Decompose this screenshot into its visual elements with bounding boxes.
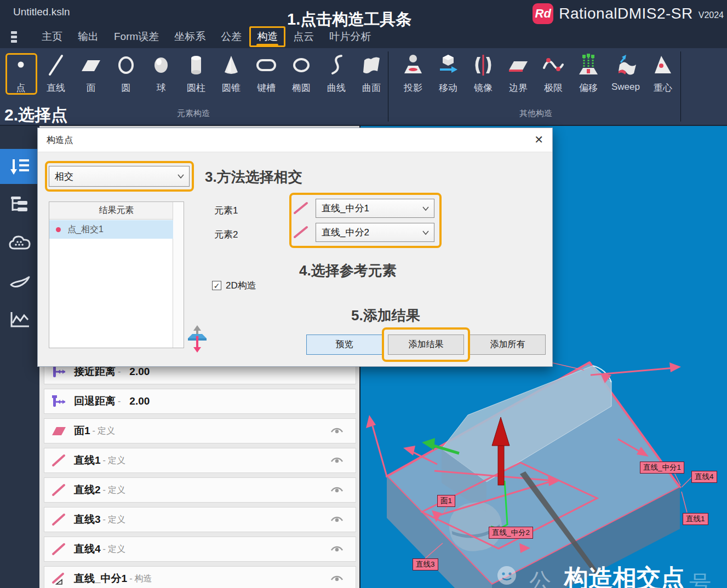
probe-direction-icon[interactable] xyxy=(186,324,209,356)
cone-icon xyxy=(219,53,244,80)
ribbon-centroid-button[interactable]: 重心 xyxy=(645,53,680,94)
result-element-list[interactable]: 结果元素 点_相交1 xyxy=(49,201,184,348)
sidebar-item-point-cloud[interactable] xyxy=(0,226,39,261)
line-icon xyxy=(43,53,68,80)
dialog-title: 构造点 xyxy=(47,135,73,146)
tag-line1: 直线1 xyxy=(683,513,708,525)
ribbon-mirror-button[interactable]: 镜像 xyxy=(466,53,501,94)
app-window: Untitled.ksln Rd RationalDMIS2-SR V2024 … xyxy=(0,0,727,588)
line-constructed-icon xyxy=(51,572,66,585)
list-row-line4[interactable]: 直线4 - 定义 xyxy=(44,537,356,562)
field-label-element2: 元素2 xyxy=(214,228,238,241)
ribbon-boundary-button[interactable]: 边界 xyxy=(501,53,536,94)
menu-tolerance[interactable]: 公差 xyxy=(213,27,249,47)
line-pink-icon xyxy=(51,454,66,467)
visibility-eye-icon[interactable] xyxy=(330,456,344,467)
ribbon-extreme-button[interactable]: 极限 xyxy=(536,53,571,94)
checkbox-2d-construct[interactable]: ✓ 2D构造 xyxy=(212,279,256,292)
element1-dropdown[interactable]: 直线_中分1 xyxy=(316,199,434,218)
blade-icon xyxy=(9,273,31,290)
ribbon-ellipse-button[interactable]: 椭圆 xyxy=(284,53,319,94)
result-row-point[interactable]: 点_相交1 xyxy=(49,220,173,239)
menu-construct[interactable]: 构造 xyxy=(249,26,285,47)
cylinder-icon xyxy=(184,53,209,80)
add-all-button[interactable]: 添加所有 xyxy=(470,335,546,355)
result-list-header: 结果元素 xyxy=(49,202,184,220)
close-icon[interactable]: ✕ xyxy=(534,133,543,146)
sweep-icon xyxy=(613,53,638,80)
list-row-line3[interactable]: 直线3 - 定义 xyxy=(44,507,356,532)
list-row-retract[interactable]: 回退距离 - 2.00 xyxy=(44,389,356,414)
visibility-eye-icon[interactable] xyxy=(330,515,344,526)
ribbon-surface-button[interactable]: 曲面 xyxy=(354,53,389,94)
ribbon-move-button[interactable]: 移动 xyxy=(431,53,466,94)
ribbon-project-button[interactable]: 投影 xyxy=(396,53,431,94)
visibility-eye-icon[interactable] xyxy=(330,426,344,437)
result-list-scrollbar[interactable] xyxy=(173,202,184,348)
checkbox-checked-icon[interactable]: ✓ xyxy=(212,281,221,290)
sidebar-item-measure-sequence[interactable] xyxy=(0,149,39,184)
ribbon-circle-button[interactable]: 圆 xyxy=(108,53,144,94)
list-row-line-mid1[interactable]: 直线_中分1 - 构造 xyxy=(44,566,356,588)
sidebar-item-blade[interactable] xyxy=(0,264,39,299)
construct-point-dialog: 构造点 ✕ 相交 3.方法选择相交 结果元素 点_相交1 元素1 元素2 直线_… xyxy=(37,128,553,367)
list-row-line2[interactable]: 直线2 - 定义 xyxy=(44,477,356,503)
ribbon-divider xyxy=(388,51,388,122)
evaluation-chart-icon xyxy=(9,311,30,328)
list-row-line1[interactable]: 直线1 - 定义 xyxy=(44,448,356,473)
sidebar-item-evaluation-chart[interactable] xyxy=(0,302,39,337)
extreme-icon xyxy=(541,53,566,80)
annotation-step2: 2.选择点 xyxy=(4,104,67,126)
ribbon-point-button[interactable]: 点 xyxy=(3,53,38,94)
tag-line4: 直线4 xyxy=(691,471,717,483)
ribbon-offset-button[interactable]: 偏移 xyxy=(571,53,606,94)
visibility-eye-icon[interactable] xyxy=(330,574,344,585)
brand-name: RationalDMIS2-SR xyxy=(559,5,693,22)
preview-button[interactable]: 预览 xyxy=(306,335,382,355)
ribbon-line-button[interactable]: 直线 xyxy=(38,53,73,94)
chevron-down-icon xyxy=(422,206,429,211)
offset-icon xyxy=(576,53,601,80)
tag-line-mid1: 直线_中分1 xyxy=(640,462,684,474)
visibility-eye-icon[interactable] xyxy=(330,486,344,497)
ribbon-toolbar: 点 直线 面 圆 球 圆柱 xyxy=(0,48,727,126)
visibility-eye-icon[interactable] xyxy=(330,545,344,556)
menu-dots-icon[interactable] xyxy=(11,30,19,44)
curve-icon xyxy=(324,53,349,80)
point-dot-icon xyxy=(56,227,61,232)
method-dropdown[interactable]: 相交 xyxy=(49,166,190,187)
ribbon-cone-button[interactable]: 圆锥 xyxy=(214,53,249,94)
ribbon-curve-button[interactable]: 曲线 xyxy=(319,53,354,94)
ellipse-icon xyxy=(289,53,314,80)
point-cloud-icon xyxy=(9,234,31,252)
version-label: V2024 xyxy=(699,10,724,20)
ribbon-plane-button[interactable]: 面 xyxy=(73,53,108,94)
file-title: Untitled.ksln xyxy=(13,6,70,18)
project-icon xyxy=(400,53,426,80)
element2-dropdown[interactable]: 直线_中分2 xyxy=(316,223,434,242)
dialog-titlebar[interactable]: 构造点 ✕ xyxy=(38,128,552,152)
chevron-down-icon xyxy=(178,174,184,178)
menu-coordinate[interactable]: 坐标系 xyxy=(167,27,213,47)
line-pink-icon xyxy=(51,483,66,497)
ribbon-cylinder-button[interactable]: 圆柱 xyxy=(179,53,214,94)
list-row-plane1[interactable]: 面1 - 定义 xyxy=(44,418,356,443)
ribbon-sphere-button[interactable]: 球 xyxy=(144,53,179,94)
app-logo-icon: Rd xyxy=(533,3,553,24)
watermark-char-right: 号 xyxy=(689,568,711,588)
menu-blade-analysis[interactable]: 叶片分析 xyxy=(322,27,379,47)
ribbon-sweep-button[interactable]: Sweep xyxy=(606,53,645,94)
plane-icon xyxy=(78,53,104,80)
menu-form-error[interactable]: Form误差 xyxy=(106,27,167,47)
watermark-smiley-icon xyxy=(496,565,517,588)
add-result-button[interactable]: 添加结果 xyxy=(388,335,464,355)
menu-output[interactable]: 输出 xyxy=(70,27,106,47)
ribbon-slot-button[interactable]: 键槽 xyxy=(249,53,284,94)
tag-line3: 直线3 xyxy=(413,558,438,570)
menu-pointcloud[interactable]: 点云 xyxy=(285,27,322,47)
sidebar-item-feature-tree[interactable] xyxy=(0,187,39,222)
menu-home[interactable]: 主页 xyxy=(34,27,70,47)
line-pink-icon xyxy=(51,543,66,556)
annotation-step4: 4.选择参考元素 xyxy=(299,261,397,280)
probe-approach-icon xyxy=(51,365,66,378)
